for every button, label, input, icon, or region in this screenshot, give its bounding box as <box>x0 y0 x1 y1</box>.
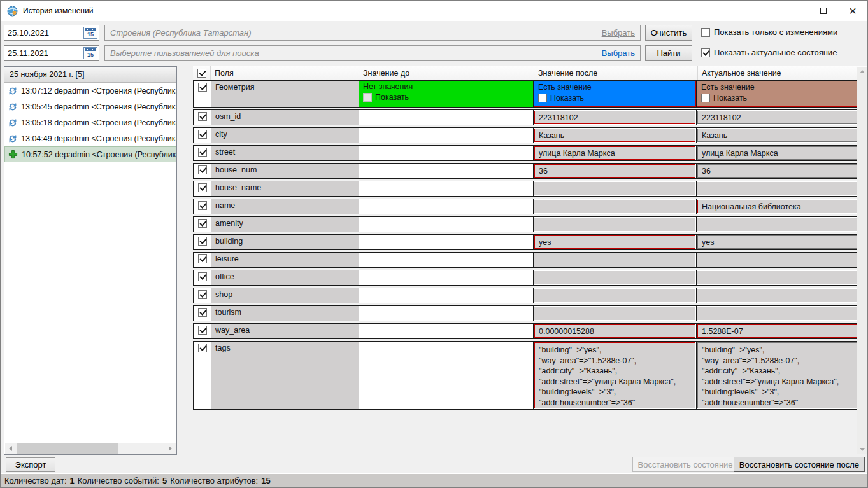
event-list-item[interactable]: 13:05:45 depadmin <Строения (Республика … <box>4 99 176 115</box>
table-row: house_name <box>193 181 864 197</box>
sync-icon <box>8 102 18 112</box>
actual-value-cell: 223118102 <box>696 110 862 125</box>
restore-state-before-button[interactable]: Восстановить состояние до <box>632 457 750 472</box>
scroll-left-icon[interactable] <box>5 443 16 454</box>
show-geometry-checkbox[interactable] <box>538 94 547 102</box>
date-from-input[interactable]: 25.10.2021 15 <box>4 25 99 41</box>
event-list-item[interactable]: 10:57:52 depadmin <Строения (Республика … <box>4 146 176 162</box>
actual-state-checkbox[interactable]: Показать актуальное состояние <box>701 48 837 57</box>
row-checkbox[interactable] <box>198 130 207 139</box>
row-checkbox[interactable] <box>198 308 207 317</box>
grid-header: Поля Значение до Значение после Актуальн… <box>182 66 868 80</box>
actual-value <box>697 289 862 302</box>
tags-after-value: "building"=>"yes", "way_area"=>"1.5288e-… <box>534 342 695 408</box>
restore-state-after-button[interactable]: Восстановить состояние после <box>734 457 865 472</box>
select-all-checkbox[interactable] <box>197 69 206 78</box>
clear-button[interactable]: Очистить <box>645 25 692 41</box>
user-filter-field[interactable]: Выберите пользователей для поиска Выбрат… <box>104 45 641 61</box>
value-before-cell <box>359 288 533 303</box>
row-checkbox[interactable] <box>198 326 207 335</box>
sync-icon <box>8 134 18 144</box>
row-checkbox[interactable] <box>198 201 207 210</box>
actual-value: Казань <box>697 129 862 142</box>
table-row: amenity <box>193 216 864 232</box>
field-name-cell: house_num <box>211 164 359 178</box>
changes-only-checkbox[interactable]: Показать только с изменениями <box>701 27 837 37</box>
field-name-cell: office <box>211 270 359 285</box>
find-button[interactable]: Найти <box>645 45 692 61</box>
events-date-group-header[interactable]: 25 ноября 2021 г. [5] <box>4 67 176 83</box>
sync-icon <box>8 118 18 128</box>
date-to-input[interactable]: 25.11.2021 15 <box>4 45 99 61</box>
layer-select-link[interactable]: Выбрать <box>602 28 635 38</box>
table-row: tourism <box>193 305 864 321</box>
event-item-text: 10:57:52 depadmin <Строения (Республика … <box>22 150 176 159</box>
row-checkbox[interactable] <box>198 165 207 174</box>
actual-value-cell <box>696 217 862 232</box>
event-list-item[interactable]: 13:07:12 depadmin <Строения (Республика … <box>4 83 176 99</box>
row-checkbox[interactable] <box>198 219 207 228</box>
events-count-value: 5 <box>162 476 167 485</box>
event-list-item[interactable]: 13:05:18 depadmin <Строения (Республика … <box>4 115 176 130</box>
layer-filter-field[interactable]: Строения (Республика Татарстан) Выбрать <box>104 25 641 41</box>
geometry-after-label: Есть значение <box>538 83 692 92</box>
actual-value <box>697 182 862 195</box>
calendar-icon[interactable]: 15 <box>83 27 97 39</box>
export-button[interactable]: Экспорт <box>6 457 55 472</box>
user-select-link[interactable]: Выбрать <box>602 48 635 58</box>
table-row: buildingyesyes <box>193 234 864 250</box>
actual-value: 1.5288E-07 <box>697 324 862 338</box>
row-checkbox[interactable] <box>198 254 207 263</box>
plus-icon <box>8 150 18 160</box>
show-geometry-checkbox[interactable] <box>701 94 710 102</box>
value-after-cell: улица Карла Маркса <box>533 146 696 160</box>
row-checkbox[interactable] <box>198 148 207 157</box>
row-checkbox[interactable] <box>198 237 207 246</box>
actual-value-cell: 36 <box>696 164 862 178</box>
checkbox-icon[interactable] <box>701 28 710 37</box>
row-checkbox[interactable] <box>198 83 207 92</box>
scroll-right-icon[interactable] <box>165 443 176 454</box>
value-after-cell <box>533 306 696 321</box>
row-checkbox[interactable] <box>198 112 207 121</box>
table-row: shop <box>193 288 864 303</box>
dates-count-label: Количество дат: <box>4 476 67 485</box>
vertical-scrollbar[interactable] <box>857 342 862 409</box>
value-after: Казань <box>534 129 695 142</box>
value-before-cell <box>359 164 533 178</box>
column-header-value-before: Значение до <box>359 66 534 80</box>
show-geometry-checkbox[interactable] <box>363 93 372 102</box>
field-name-cell: street <box>211 146 359 160</box>
scrollbar-thumb[interactable] <box>17 443 118 454</box>
actual-value-cell: yes <box>696 235 862 249</box>
field-name-cell: leisure <box>211 253 359 267</box>
row-checkbox[interactable] <box>198 272 207 281</box>
maximize-button[interactable] <box>809 1 838 21</box>
actual-value: 36 <box>697 164 862 178</box>
field-name-cell: building <box>211 235 359 249</box>
value-after-cell: Казань <box>533 128 696 143</box>
minimize-button[interactable] <box>779 1 809 21</box>
close-button[interactable] <box>838 1 867 21</box>
tags-before-cell <box>359 342 533 409</box>
row-checkbox-cell <box>194 164 211 178</box>
checkbox-icon[interactable] <box>701 48 710 57</box>
actual-value: Национальная библиотека <box>697 200 862 213</box>
actual-value-cell: Казань <box>696 128 862 143</box>
actual-value-cell <box>696 270 862 285</box>
field-name-cell: name <box>211 199 359 214</box>
row-checkbox[interactable] <box>198 344 207 352</box>
horizontal-scrollbar[interactable] <box>5 443 176 454</box>
row-checkbox-cell <box>194 306 211 321</box>
event-list-item[interactable]: 13:04:49 depadmin <Строения (Республика … <box>4 130 176 146</box>
geometry-actual-cell: Есть значение Показать <box>696 81 862 107</box>
value-before-cell <box>359 128 533 143</box>
calendar-icon[interactable]: 15 <box>83 47 97 59</box>
row-checkbox[interactable] <box>198 290 207 299</box>
value-before-cell <box>359 110 533 125</box>
value-after-cell: 36 <box>533 164 696 178</box>
table-row: leisure <box>193 252 864 268</box>
field-name-cell: shop <box>211 288 359 303</box>
row-checkbox[interactable] <box>198 183 207 192</box>
value-after-cell <box>533 181 696 196</box>
